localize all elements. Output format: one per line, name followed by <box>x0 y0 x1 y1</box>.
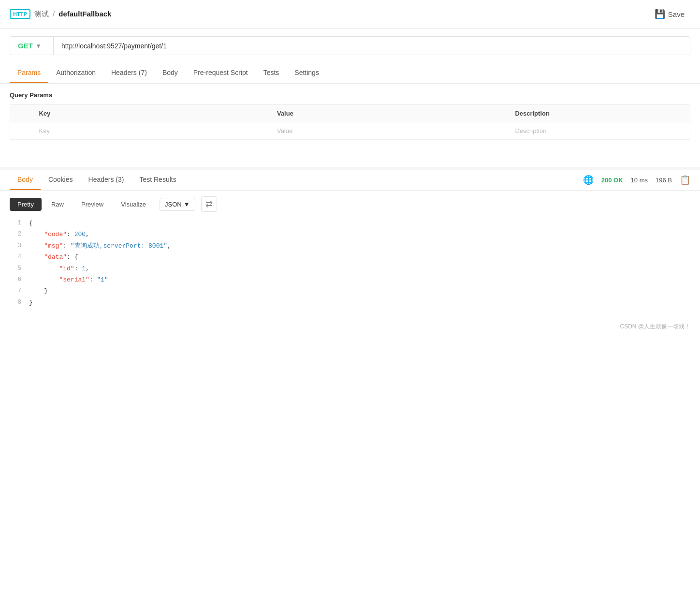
format-select-label: JSON <box>165 201 182 208</box>
line-num-7: 7 <box>10 285 21 296</box>
code-content-2: "code": 200, <box>29 229 690 240</box>
tab-settings[interactable]: Settings <box>287 63 327 83</box>
tab-body[interactable]: Body <box>155 63 186 83</box>
url-bar: GET ▼ <box>10 36 690 55</box>
code-content-7: } <box>29 285 690 296</box>
checkbox-col-header <box>10 105 32 122</box>
format-preview[interactable]: Preview <box>73 198 111 211</box>
format-select-dropdown[interactable]: JSON ▼ <box>160 198 195 211</box>
desc-col-header: Description <box>508 105 690 122</box>
breadcrumb-current: defaultFallback <box>58 10 111 18</box>
chevron-down-icon: ▼ <box>184 201 190 208</box>
request-tabs: Params Authorization Headers (7) Body Pr… <box>0 63 700 84</box>
code-line-3: 3 "msg": "查询成功,serverPort: 8001", <box>10 240 690 252</box>
tab-test-results[interactable]: Test Results <box>131 170 184 190</box>
code-line-2: 2 "code": 200, <box>10 229 690 240</box>
status-time: 10 ms <box>631 177 648 184</box>
tab-params[interactable]: Params <box>10 63 48 83</box>
save-label: Save <box>668 10 685 18</box>
header-left: HTTP 测试 / defaultFallback <box>10 9 111 19</box>
url-input[interactable] <box>54 37 690 55</box>
tab-headers[interactable]: Headers (7) <box>103 63 155 83</box>
line-num-2: 2 <box>10 229 21 240</box>
response-tabs: Body Cookies Headers (3) Test Results <box>10 170 184 190</box>
response-body: Pretty Raw Preview Visualize JSON ▼ ⇄ 1 … <box>0 191 700 318</box>
save-response-icon[interactable]: 📋 <box>680 175 690 185</box>
line-num-5: 5 <box>10 263 21 274</box>
status-size: 196 B <box>656 177 672 184</box>
format-tabs: Pretty Raw Preview Visualize JSON ▼ ⇄ <box>0 191 700 218</box>
line-num-4: 4 <box>10 252 21 263</box>
response-header: Body Cookies Headers (3) Test Results 🌐 … <box>0 170 700 191</box>
line-num-1: 1 <box>10 218 21 229</box>
query-params-title: Query Params <box>10 91 690 99</box>
chevron-down-icon: ▼ <box>36 43 42 49</box>
query-params-section: Query Params Key Value Description Key V… <box>0 84 700 148</box>
breadcrumb-base: 测试 <box>34 10 49 18</box>
response-status: 🌐 200 OK 10 ms 196 B 📋 <box>583 175 690 185</box>
breadcrumb-sep: / <box>53 10 57 18</box>
tab-cookies[interactable]: Cookies <box>41 170 81 190</box>
save-icon: 💾 <box>655 9 665 19</box>
row-description[interactable]: Description <box>508 122 690 140</box>
code-line-7: 7 } <box>10 285 690 296</box>
code-content-4: "data": { <box>29 252 690 263</box>
header: HTTP 测试 / defaultFallback 💾 Save <box>0 0 700 29</box>
code-line-5: 5 "id": 1, <box>10 263 690 274</box>
breadcrumb: 测试 / defaultFallback <box>34 10 112 19</box>
tab-response-body[interactable]: Body <box>10 170 41 190</box>
watermark: CSDN @人生就像一场戏！ <box>0 318 700 336</box>
params-table: Key Value Description Key Value Descript… <box>10 104 690 140</box>
globe-icon: 🌐 <box>583 175 594 185</box>
code-line-1: 1 { <box>10 218 690 229</box>
code-content-1: { <box>29 218 690 229</box>
format-raw[interactable]: Raw <box>44 198 72 211</box>
format-pretty[interactable]: Pretty <box>10 198 42 211</box>
method-text: GET <box>18 42 33 50</box>
line-num-8: 8 <box>10 297 21 308</box>
tab-authorization[interactable]: Authorization <box>48 63 103 83</box>
wrap-icon[interactable]: ⇄ <box>201 196 217 212</box>
row-key[interactable]: Key <box>32 122 270 140</box>
code-line-8: 8 } <box>10 297 690 308</box>
code-content-3: "msg": "查询成功,serverPort: 8001", <box>29 240 690 252</box>
code-content-6: "serial": "1" <box>29 274 690 285</box>
line-num-3: 3 <box>10 240 21 252</box>
http-badge: HTTP <box>10 9 30 19</box>
method-selector[interactable]: GET ▼ <box>10 37 54 55</box>
value-col-header: Value <box>270 105 508 122</box>
line-num-6: 6 <box>10 274 21 285</box>
code-line-6: 6 "serial": "1" <box>10 274 690 285</box>
tab-pre-request-script[interactable]: Pre-request Script <box>186 63 256 83</box>
table-row: Key Value Description <box>10 122 690 140</box>
code-content-5: "id": 1, <box>29 263 690 274</box>
status-ok: 200 OK <box>601 177 623 184</box>
row-value[interactable]: Value <box>270 122 508 140</box>
code-line-4: 4 "data": { <box>10 252 690 263</box>
code-content-8: } <box>29 297 690 308</box>
tab-response-headers[interactable]: Headers (3) <box>81 170 132 190</box>
code-block: 1 { 2 "code": 200, 3 "msg": "查询成功,server… <box>0 218 700 308</box>
save-button[interactable]: 💾 Save <box>649 6 690 22</box>
row-checkbox <box>10 122 32 140</box>
format-visualize[interactable]: Visualize <box>113 198 154 211</box>
tab-tests[interactable]: Tests <box>256 63 287 83</box>
key-col-header: Key <box>32 105 270 122</box>
